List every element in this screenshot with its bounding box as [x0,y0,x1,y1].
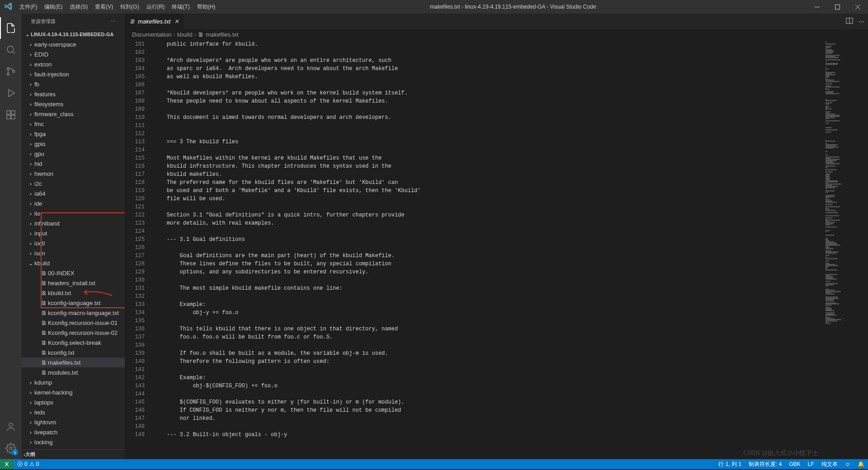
run-debug-icon[interactable] [0,82,22,104]
tree-file[interactable]: 🗎kconfig-macro-language.txt [22,308,125,318]
tree-label: kbuild [34,260,50,267]
chevron-right-icon: › [27,379,34,386]
tree-folder[interactable]: ›laptops [22,397,125,407]
breadcrumb-seg-0[interactable]: Documentation [132,31,171,38]
remote-indicator[interactable] [0,459,14,469]
notifications-icon[interactable]: 🔔 [854,459,868,469]
tree-folder[interactable]: ›kernel-hacking [22,387,125,397]
tree-folder[interactable]: ›fpga [22,129,125,139]
tree-folder[interactable]: ›leds [22,407,125,417]
tree-file[interactable]: 🗎Kconfig.recursion-issue-01 [22,318,125,328]
source-control-icon[interactable] [0,61,22,82]
chevron-right-icon: › [27,230,34,237]
tree-file[interactable]: 🗎00-INDEX [22,268,125,278]
tree-label: lightnvm [34,419,56,426]
menu-item[interactable]: 帮助(H) [193,3,219,11]
chevron-right-icon: › [27,81,34,88]
svg-point-11 [9,447,12,450]
tree-folder[interactable]: ›gpu [22,149,125,159]
menu-item[interactable]: 查看(V) [91,3,117,11]
tree-folder[interactable]: ›firmware_class [22,109,125,119]
accounts-icon[interactable] [0,416,22,437]
watermark-text: CSDN @嵌入式小小怪下士 [743,449,818,457]
file-tree[interactable]: ›early-userspace›EDID›extcon›fault-injec… [22,39,125,449]
tree-label: kconfig-language.txt [48,300,100,306]
menu-item[interactable]: 文件(F) [16,3,41,11]
sidebar-more-icon[interactable]: ⋯ [111,19,116,24]
tab-size[interactable]: 制表符长度: 4 [745,459,785,469]
tree-folder[interactable]: ›hid [22,159,125,169]
tree-folder[interactable]: ›kdump [22,377,125,387]
maximize-button[interactable] [827,0,848,14]
tree-file[interactable]: 🗎Kconfig.recursion-issue-02 [22,328,125,338]
close-tab-icon[interactable]: ✕ [174,18,179,25]
breadcrumb[interactable]: Documentation › kbuild › 🗎 makefiles.txt [125,29,868,39]
language-mode[interactable]: 纯文本 [818,459,841,469]
breadcrumb-seg-2[interactable]: makefiles.txt [206,31,238,38]
tree-folder[interactable]: ›fmc [22,119,125,129]
tree-label: kdump [34,379,52,386]
tree-folder[interactable]: ›ioctl [22,238,125,248]
chevron-right-icon: › [27,101,34,108]
tree-folder[interactable]: ›locking [22,437,125,447]
tree-label: fmc [34,121,44,127]
tree-file[interactable]: 🗎modules.txt [22,367,125,377]
tree-file[interactable]: 🗎kbuild.txt [22,288,125,298]
tree-folder[interactable]: ›iio [22,208,125,218]
encoding[interactable]: GBK [785,459,804,469]
tree-folder[interactable]: ›infiniband [22,218,125,228]
tree-folder[interactable]: ›ia64 [22,188,125,198]
chevron-right-icon: › [173,31,175,38]
tree-folder[interactable]: ›EDID [22,49,125,59]
tree-file[interactable]: 🗎Kconfig.select-break [22,338,125,348]
tree-folder[interactable]: ›extcon [22,59,125,69]
tree-folder[interactable]: ⌄kbuild [22,258,125,268]
breadcrumb-seg-1[interactable]: kbuild [177,31,193,38]
tree-file[interactable]: 🗎headers_install.txt [22,278,125,288]
chevron-right-icon: › [27,91,34,98]
tree-folder[interactable]: ›fb [22,79,125,89]
tree-folder[interactable]: ›features [22,89,125,99]
svg-point-5 [13,70,15,73]
tree-file[interactable]: 🗎kconfig.txt [22,348,125,357]
tree-folder[interactable]: ›filesystems [22,99,125,109]
tree-folder[interactable]: ›fault-injection [22,69,125,79]
tree-file[interactable]: 🗎makefiles.txt [22,357,125,367]
tree-folder[interactable]: ›lightnvm [22,417,125,427]
tree-folder[interactable]: ›isdn [22,248,125,258]
tree-folder[interactable]: ›i2c [22,179,125,188]
cursor-position[interactable]: 行 1, 列 1 [715,459,745,469]
menu-item[interactable]: 终端(T) [168,3,193,11]
close-button[interactable] [848,0,868,14]
tree-folder[interactable]: ›hwmon [22,169,125,179]
tree-file[interactable]: 🗎kconfig-language.txt [22,298,125,308]
outline-section-header[interactable]: › 大纲 [22,449,125,459]
tree-folder[interactable]: ›early-userspace [22,39,125,49]
menu-item[interactable]: 转到(G) [117,3,142,11]
menu-item[interactable]: 编辑(E) [41,3,66,11]
tab-makefiles[interactable]: 🗎 makefiles.txt ✕ [125,14,184,29]
tree-label: gpio [34,141,46,147]
split-editor-icon[interactable] [846,17,853,26]
more-actions-icon[interactable]: ⋯ [859,18,864,25]
file-icon: 🗎 [129,18,135,25]
feedback-icon[interactable]: ☺ [841,459,854,469]
code-content[interactable]: public interface for kbuild. *Arch devel… [154,39,823,459]
search-icon[interactable] [0,39,22,61]
settings-gear-icon[interactable]: 1 [0,437,22,459]
minimize-button[interactable] [807,0,827,14]
tree-folder[interactable]: ›livepatch [22,427,125,437]
eol[interactable]: LF [804,459,818,469]
folder-section-header[interactable]: ⌄ LINUX-4.19-4.19.115-EMBEDED-GA [22,29,125,39]
menu-item[interactable]: 运行(R) [143,3,169,11]
menu-item[interactable]: 选择(S) [66,3,91,11]
minimap[interactable]: ██ █ ███████████████████ ███████████ ███… [823,39,868,459]
tree-folder[interactable]: ›ide [22,198,125,208]
explorer-icon[interactable] [0,17,22,39]
extensions-icon[interactable] [0,104,22,126]
problems-button[interactable]: ⓧ0 ⚠0 [14,459,42,469]
tree-folder[interactable]: ›input [22,228,125,238]
chevron-right-icon: › [27,51,34,58]
chevron-right-icon: › [27,111,34,118]
tree-folder[interactable]: ›gpio [22,139,125,149]
